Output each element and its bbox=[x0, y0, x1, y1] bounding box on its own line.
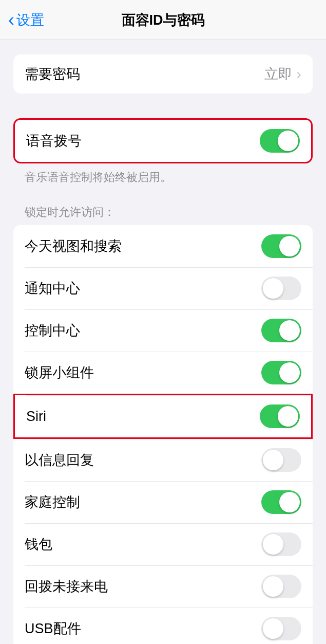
back-label: 设置 bbox=[16, 11, 44, 29]
lock-item-row: 今天视图和搜索 bbox=[13, 225, 313, 267]
lock-access-group: 今天视图和搜索通知中心控制中心锁屏小组件Siri以信息回复家庭控制钱包回拨未接来… bbox=[13, 225, 313, 644]
voice-dial-row: 语音拨号 bbox=[15, 120, 311, 162]
lock-item-toggle[interactable] bbox=[261, 234, 301, 258]
lock-item-label: USB配件 bbox=[25, 619, 81, 638]
lock-item-label: 今天视图和搜索 bbox=[25, 237, 122, 255]
voice-dial-toggle[interactable] bbox=[260, 129, 300, 153]
lock-item-label: 锁屏小组件 bbox=[25, 363, 94, 382]
toggle-knob bbox=[279, 320, 300, 341]
lock-item-row: 以信息回复 bbox=[13, 439, 313, 481]
page-title: 面容ID与密码 bbox=[122, 11, 205, 29]
toggle-knob bbox=[263, 450, 283, 470]
toggle-knob bbox=[263, 278, 283, 299]
lock-item-row: Siri bbox=[13, 394, 313, 439]
lock-item-toggle[interactable] bbox=[261, 532, 301, 556]
lock-item-row: 锁屏小组件 bbox=[13, 352, 313, 394]
lock-item-row: 控制中心 bbox=[13, 309, 313, 352]
toggle-knob bbox=[263, 576, 283, 597]
lock-item-toggle[interactable] bbox=[261, 617, 301, 640]
lock-item-toggle[interactable] bbox=[261, 319, 301, 342]
lock-item-toggle[interactable] bbox=[261, 361, 301, 384]
back-button[interactable]: ‹ 设置 bbox=[0, 11, 44, 29]
toggle-knob bbox=[279, 362, 300, 383]
lock-item-toggle[interactable] bbox=[261, 277, 301, 300]
lock-item-row: 家庭控制 bbox=[13, 481, 313, 523]
toggle-knob bbox=[279, 236, 300, 256]
lock-item-toggle[interactable] bbox=[261, 490, 301, 514]
voice-dial-group: 语音拨号 bbox=[13, 118, 313, 163]
voice-dial-footer: 音乐语音控制将始终被启用。 bbox=[13, 163, 313, 185]
lock-item-row: 钱包 bbox=[13, 523, 313, 565]
require-passcode-value: 立即 bbox=[264, 65, 292, 83]
passcode-group: 需要密码 立即 › bbox=[13, 54, 313, 94]
require-passcode-label: 需要密码 bbox=[25, 65, 80, 83]
lock-item-label: 钱包 bbox=[25, 535, 52, 554]
lock-item-label: 以信息回复 bbox=[25, 451, 94, 469]
voice-dial-label: 语音拨号 bbox=[26, 132, 82, 150]
require-passcode-row[interactable]: 需要密码 立即 › bbox=[13, 54, 313, 94]
chevron-left-icon: ‹ bbox=[8, 11, 14, 29]
nav-header: ‹ 设置 面容ID与密码 bbox=[0, 0, 326, 40]
toggle-knob bbox=[263, 618, 283, 639]
lock-item-toggle[interactable] bbox=[261, 448, 301, 472]
lock-item-label: 家庭控制 bbox=[25, 493, 80, 511]
lock-item-row: 回拨未接来电 bbox=[13, 565, 313, 608]
lock-item-row: USB配件 bbox=[13, 608, 313, 644]
toggle-knob bbox=[278, 131, 298, 151]
lock-item-label: 回拨未接来电 bbox=[25, 577, 108, 596]
lock-item-label: Siri bbox=[26, 409, 46, 425]
lock-item-toggle[interactable] bbox=[261, 575, 301, 598]
toggle-knob bbox=[263, 534, 283, 555]
lock-access-header: 锁定时允许访问： bbox=[13, 205, 313, 225]
lock-item-label: 控制中心 bbox=[25, 321, 80, 340]
lock-item-label: 通知中心 bbox=[25, 279, 80, 298]
toggle-knob bbox=[278, 406, 298, 427]
toggle-knob bbox=[279, 492, 300, 512]
chevron-right-icon: › bbox=[296, 65, 301, 83]
lock-item-toggle[interactable] bbox=[260, 404, 300, 428]
lock-item-row: 通知中心 bbox=[13, 267, 313, 309]
